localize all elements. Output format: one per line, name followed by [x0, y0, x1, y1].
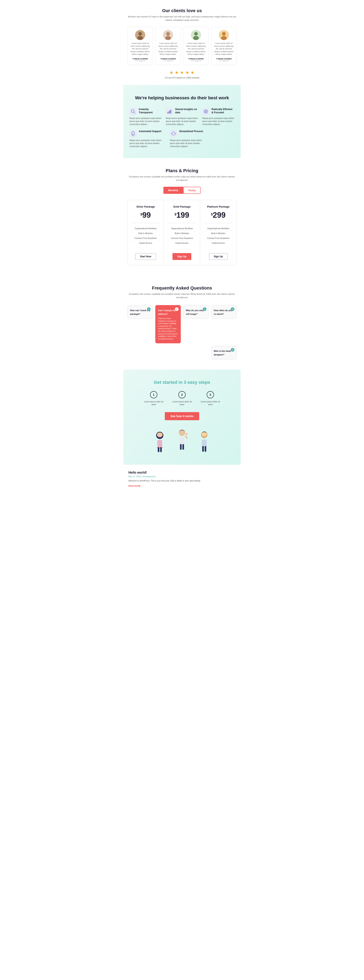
blog-post-title: Hello world!	[129, 471, 235, 474]
getstarted-title: Get started in 3 easy steps	[127, 380, 237, 385]
faq-card[interactable]: How can I track my package? +	[127, 305, 153, 319]
svg-point-7	[194, 32, 198, 36]
faq-title: Frequently Asked Questions	[127, 285, 237, 291]
expand-icon[interactable]: ×	[175, 307, 178, 311]
platinum-signup-button[interactable]: Sign Up	[209, 253, 228, 260]
star-icon: ★	[185, 70, 189, 75]
feature-item: Automated Support Neque porro quisquam e…	[129, 130, 166, 148]
svg-rect-31	[158, 447, 159, 452]
feature-desc: Neque porro quisquam esqui dolom ipsum q…	[170, 139, 206, 148]
testimonial-text: Lorem ipsum dolor sit amet consect adipi…	[186, 42, 207, 56]
feature-item: Streamlined Process Neque porro quisquam…	[170, 130, 206, 148]
testimonials-grid: Lorem ipsum dolor sit amet consect adipi…	[127, 27, 237, 65]
blog-post: Hello world! May 17, 2018 | Uncategorize…	[129, 471, 235, 488]
clients-title: Our clients love us	[127, 8, 237, 13]
read-more-link[interactable]: READ MORE	[129, 485, 141, 487]
svg-point-39	[186, 433, 188, 435]
svg-rect-29	[157, 440, 162, 447]
faq-card[interactable]: Who is the head designer? +	[211, 346, 237, 360]
search-icon	[129, 108, 137, 115]
avatar	[191, 30, 201, 40]
svg-rect-38	[184, 435, 188, 439]
step-item: 1 Lorem ipsum dolor sit amet	[143, 391, 164, 406]
faq-question: Can I change my address?	[158, 309, 175, 315]
pricing-feature: Built-in Modules	[203, 231, 234, 236]
faq-section: Frequently Asked Questions Excepteur sin…	[123, 275, 241, 370]
step-label: Lorem ipsum dolor sit amet	[200, 400, 221, 406]
faq-question: Why do you only sell mugs?	[186, 309, 203, 315]
blog-category: Uncategorized	[142, 476, 155, 478]
svg-rect-32	[160, 447, 162, 452]
expand-icon[interactable]: +	[147, 307, 151, 311]
svg-point-28	[157, 432, 162, 437]
svg-point-22	[205, 111, 206, 112]
faq-grid: How can I track my package? + Can I chan…	[127, 305, 237, 360]
pricing-feature: Built-in Modules	[130, 231, 161, 236]
expand-icon[interactable]: +	[231, 348, 234, 352]
step-circle: 3	[207, 391, 214, 398]
svg-point-2	[137, 36, 143, 40]
testimonial-text: Lorem ipsum dolor sit amet consect adipi…	[213, 42, 234, 56]
features-grid: Instantly Transparent Neque porro quisqu…	[129, 108, 235, 126]
pricing-grid: Silver Package $99 Organisational Workfl…	[127, 200, 237, 265]
plan-price: $99	[130, 211, 161, 219]
faq-question: How often do you re-stock?	[214, 309, 232, 315]
pricing-feature: Organisational Workflow	[203, 226, 234, 231]
svg-rect-34	[180, 438, 184, 444]
testimonial-role: CTO, Bigacme	[157, 60, 178, 62]
testimonial-name: TYRESE HARPER	[213, 58, 234, 60]
testimonial-role: CTO, Bigacme	[213, 60, 234, 62]
faq-card-active[interactable]: Can I change my address? There are many …	[155, 305, 181, 343]
svg-point-8	[193, 36, 199, 40]
silver-pricing-card: Silver Package $99 Organisational Workfl…	[127, 200, 164, 265]
process-icon	[170, 130, 177, 137]
see-how-button[interactable]: See how it works	[165, 412, 199, 420]
chart-icon	[166, 108, 173, 115]
gold-signup-button[interactable]: Sign Up	[173, 253, 191, 260]
character-male-wave	[174, 428, 190, 455]
character-male	[196, 430, 212, 455]
faq-card[interactable]: Why do you only sell mugs? +	[183, 305, 209, 319]
yearly-toggle-button[interactable]: Yearly	[183, 187, 200, 194]
step-item: 3 Lorem ipsum dolor sit amet	[200, 391, 221, 406]
monthly-toggle-button[interactable]: Monthly	[164, 187, 183, 194]
star-icon: ★	[170, 70, 173, 75]
feature-item: Shared Insights on data Neque porro quis…	[166, 108, 198, 126]
currency-symbol: $	[211, 213, 213, 216]
avatar	[163, 30, 173, 40]
steps-row: 1 Lorem ipsum dolor sit amet 2 Lorem ips…	[127, 391, 237, 406]
svg-rect-16	[167, 112, 168, 113]
price-value: 99	[142, 211, 151, 219]
plan-price: $299	[203, 211, 234, 219]
svg-point-4	[166, 32, 170, 36]
pricing-section: Plans & Pricing Excepteur sint occaec cu…	[123, 158, 241, 275]
expand-icon[interactable]: +	[203, 307, 207, 311]
testimonial-name: TYRESE HARPER	[186, 58, 207, 60]
pricing-feature: Instant Access	[130, 241, 161, 245]
clients-section: Our clients love us Ainotion has earned …	[123, 0, 241, 85]
star-icon: ★	[191, 70, 194, 75]
svg-rect-44	[202, 446, 204, 452]
getstarted-section: Get started in 3 easy steps 1 Lorem ipsu…	[123, 370, 241, 465]
feature-desc: Neque porro quisquam esqui dolom ipsum q…	[202, 117, 235, 126]
expand-icon[interactable]: +	[231, 307, 234, 311]
feature-header: Radically Efficient & Focused	[202, 108, 235, 115]
faq-card[interactable]: How often do you re-stock? +	[211, 305, 237, 319]
divider	[167, 223, 197, 223]
platinum-pricing-card: Platinum Package $299 Organisational Wor…	[200, 200, 237, 265]
clients-subtitle: Ainotion has earned 4.9 stars in the asp…	[127, 15, 237, 22]
svg-rect-18	[170, 110, 171, 113]
faq-question: Who is the head designer?	[214, 350, 231, 356]
step-item: 2 Lorem ipsum dolor sit amet	[172, 391, 192, 406]
svg-point-41	[202, 432, 207, 437]
svg-point-33	[179, 430, 185, 436]
features-row2: Automated Support Neque porro quisquam e…	[129, 130, 206, 148]
plan-name: Gold Package	[167, 205, 197, 208]
start-now-button[interactable]: Start Now	[135, 253, 156, 260]
pricing-feature: Organisational Workflow	[130, 226, 161, 231]
pricing-feature: Instant Access	[203, 241, 234, 245]
plan-name: Silver Package	[130, 205, 161, 208]
star-icon: ★	[180, 70, 184, 75]
pricing-feature: Built-in Modules	[167, 231, 197, 236]
divider	[130, 223, 161, 223]
